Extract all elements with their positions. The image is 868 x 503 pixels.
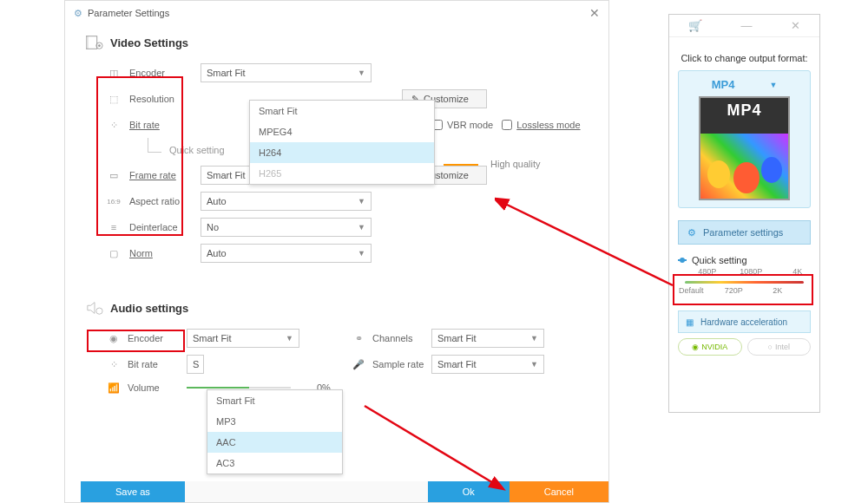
resolution-icon: ⬚ bbox=[107, 92, 121, 106]
channels-label: Channels bbox=[372, 333, 424, 343]
audio-encoder-row: ◉ Encoder Smart Fit▼ ⚭ Channels Smart Fi… bbox=[65, 325, 608, 351]
svg-line-6 bbox=[365, 406, 495, 484]
encoder-select[interactable]: Smart Fit▼ bbox=[201, 63, 372, 82]
hardware-accel-button[interactable]: ▦ Hardware acceleration bbox=[678, 310, 811, 333]
dropdown-item[interactable]: AC3 bbox=[207, 453, 342, 474]
encoder-label: Encoder bbox=[129, 68, 192, 78]
parameter-settings-button[interactable]: ⚙ Parameter settings bbox=[678, 220, 811, 245]
deinterlace-label: Deinterlace bbox=[129, 222, 192, 232]
dropdown-item[interactable]: Smart Fit bbox=[250, 101, 434, 121]
annotation-arrow bbox=[356, 397, 512, 493]
intel-icon: ○ bbox=[768, 343, 773, 351]
chevron-down-icon: ▼ bbox=[358, 197, 365, 206]
chevron-down-icon: ▼ bbox=[286, 334, 293, 343]
dialog-header: ⚙ Parameter Settings ✕ bbox=[65, 1, 608, 25]
chevron-down-icon: ▼ bbox=[530, 334, 538, 343]
encoder-row: ◫ Encoder Smart Fit▼ bbox=[65, 60, 608, 86]
chevron-down-icon: ▼ bbox=[358, 69, 365, 77]
norm-label: Norm bbox=[129, 248, 192, 258]
bitrate-icon: ⁘ bbox=[107, 118, 121, 132]
nvidia-badge: ◉ NVIDIA bbox=[678, 338, 742, 356]
dropdown-item[interactable]: H265 bbox=[250, 163, 434, 184]
nvidia-icon: ◉ bbox=[692, 343, 699, 351]
svg-point-4 bbox=[96, 308, 102, 314]
svg-line-5 bbox=[503, 203, 673, 285]
film-gear-icon bbox=[86, 34, 103, 51]
speaker-gear-icon bbox=[86, 299, 103, 317]
audio-encoder-select[interactable]: Smart Fit▼ bbox=[187, 329, 299, 348]
dropdown-item[interactable]: MP3 bbox=[207, 411, 342, 432]
settings-icon: ⚙ bbox=[74, 8, 82, 19]
vbr-checkbox[interactable]: VBR mode bbox=[432, 120, 493, 130]
side-toolbar: 🛒 — ✕ bbox=[669, 15, 819, 37]
close-icon[interactable]: ✕ bbox=[589, 6, 600, 20]
framerate-label: Frame rate bbox=[129, 170, 192, 180]
channels-select[interactable]: Smart Fit▼ bbox=[431, 329, 544, 348]
norm-select[interactable]: Auto▼ bbox=[201, 244, 372, 263]
intel-badge: ○ Intel bbox=[747, 338, 812, 356]
volume-slider[interactable] bbox=[187, 387, 291, 389]
encoder-dropdown[interactable]: Smart Fit MPEG4 H264 H265 bbox=[249, 100, 435, 185]
resolution-label: Resolution bbox=[129, 94, 192, 104]
output-format-hint: Click to change output format: bbox=[678, 53, 811, 63]
quick-setting-row: Quick setting bbox=[678, 255, 811, 265]
svg-point-3 bbox=[98, 44, 101, 47]
dialog-title: Parameter Settings bbox=[88, 8, 169, 18]
volume-label: Volume bbox=[128, 382, 180, 393]
lossless-checkbox[interactable]: Lossless mode bbox=[502, 120, 580, 130]
chip-icon: ▦ bbox=[686, 317, 694, 327]
dropdown-item[interactable]: AAC bbox=[207, 432, 342, 453]
samplerate-label: Sample rate bbox=[372, 359, 424, 369]
cancel-button[interactable]: Cancel bbox=[510, 481, 608, 502]
audio-encoder-dropdown[interactable]: Smart Fit MP3 AAC AC3 bbox=[207, 389, 343, 474]
dialog-button-bar: Save as Ok Cancel bbox=[81, 481, 608, 502]
chevron-down-icon: ▼ bbox=[358, 249, 365, 258]
bitrate-label: Bit rate bbox=[129, 120, 192, 130]
vendor-row: ◉ NVIDIA ○ Intel bbox=[678, 338, 811, 356]
quality-slider[interactable]: 480P 1080P 4K Default 720P 2K bbox=[678, 271, 811, 297]
audio-bitrate-select[interactable]: S bbox=[187, 355, 204, 374]
chevron-down-icon: ▼ bbox=[358, 223, 365, 232]
aspect-select[interactable]: Auto▼ bbox=[201, 192, 372, 211]
svg-rect-1 bbox=[86, 36, 89, 49]
format-thumbnail: MP4 bbox=[699, 96, 790, 200]
dropdown-item[interactable]: H264 bbox=[250, 142, 434, 163]
minimize-icon[interactable]: — bbox=[740, 19, 752, 32]
samplerate-select[interactable]: Smart Fit▼ bbox=[431, 355, 544, 374]
audio-encoder-label: Encoder bbox=[128, 333, 180, 343]
deinterlace-icon: ≡ bbox=[107, 220, 121, 234]
aspect-label: Aspect ratio bbox=[129, 196, 192, 206]
encoder-icon: ◫ bbox=[107, 66, 121, 80]
volume-icon: 📶 bbox=[107, 381, 121, 395]
format-name: MP4 bbox=[712, 78, 735, 91]
framerate-icon: ▭ bbox=[107, 168, 121, 182]
audio-bitrate-label: Bit rate bbox=[128, 359, 180, 369]
chevron-down-icon: ▼ bbox=[530, 360, 538, 369]
cart-icon[interactable]: 🛒 bbox=[688, 19, 702, 32]
audio-settings-header: Audio settings bbox=[65, 291, 608, 325]
chevron-down-icon: ▼ bbox=[769, 81, 777, 89]
sliders-icon: ⚙ bbox=[687, 227, 696, 238]
norm-icon: ▢ bbox=[107, 246, 121, 260]
video-settings-header: Video Settings bbox=[65, 25, 608, 60]
samplerate-icon: 🎤 bbox=[352, 357, 365, 371]
aspect-icon: 16:9 bbox=[107, 194, 121, 208]
audio-encoder-icon: ◉ bbox=[107, 331, 121, 345]
output-format-panel: 🛒 — ✕ Click to change output format: MP4… bbox=[668, 14, 820, 413]
dropdown-item[interactable]: Smart Fit bbox=[207, 390, 342, 411]
audio-bitrate-icon: ⁘ bbox=[107, 357, 121, 371]
deinterlace-select[interactable]: No▼ bbox=[201, 218, 372, 237]
format-card[interactable]: MP4 ▼ MP4 bbox=[678, 70, 811, 208]
dropdown-item[interactable]: MPEG4 bbox=[250, 121, 434, 142]
channels-icon: ⚭ bbox=[352, 331, 365, 345]
annotation-arrow bbox=[495, 194, 677, 290]
close-icon[interactable]: ✕ bbox=[791, 19, 800, 32]
audio-bitrate-row: ⁘ Bit rate S 🎤 Sample rate Smart Fit▼ bbox=[65, 351, 608, 377]
save-as-button[interactable]: Save as bbox=[81, 481, 185, 502]
